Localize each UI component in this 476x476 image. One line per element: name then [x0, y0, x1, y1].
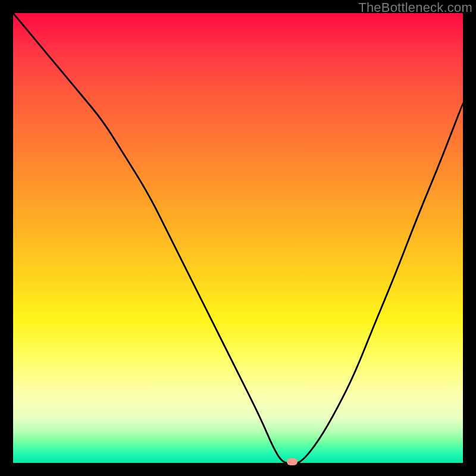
- bottleneck-curve: [13, 13, 463, 463]
- chart-frame: TheBottleneck.com: [0, 0, 476, 476]
- plot-area: [13, 13, 463, 463]
- minimum-marker: [287, 458, 298, 465]
